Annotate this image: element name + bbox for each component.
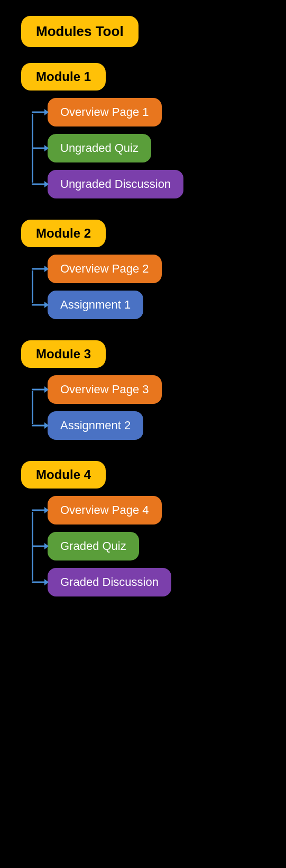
module-items-2: Overview Page 2Assignment 1 — [48, 255, 275, 319]
modules-tool-header: Modules Tool — [11, 11, 275, 63]
list-item[interactable]: Overview Page 2 — [48, 255, 275, 283]
module-items-3: Overview Page 3Assignment 2 — [48, 375, 275, 440]
item-chip-m4-item3[interactable]: Graded Discussion — [48, 568, 171, 596]
list-item[interactable]: Graded Discussion — [48, 568, 275, 596]
modules-container: Module 1Overview Page 1Ungraded QuizUngr… — [11, 63, 275, 596]
item-chip-m4-item1[interactable]: Overview Page 4 — [48, 496, 162, 525]
item-chip-m1-item2[interactable]: Ungraded Quiz — [48, 134, 151, 162]
list-item[interactable]: Assignment 1 — [48, 291, 275, 319]
module-label-4[interactable]: Module 4 — [21, 461, 106, 489]
modules-tool-label: Modules Tool — [21, 16, 139, 47]
module-items-4: Overview Page 4Graded QuizGraded Discuss… — [48, 496, 275, 596]
item-chip-m3-item2[interactable]: Assignment 2 — [48, 411, 143, 440]
item-chip-m2-item2[interactable]: Assignment 1 — [48, 291, 143, 319]
item-chip-m2-item1[interactable]: Overview Page 2 — [48, 255, 162, 283]
module-label-3[interactable]: Module 3 — [21, 340, 106, 368]
list-item[interactable]: Graded Quiz — [48, 532, 275, 560]
item-chip-m1-item3[interactable]: Ungraded Discussion — [48, 170, 183, 198]
list-item[interactable]: Ungraded Quiz — [48, 134, 275, 162]
list-item[interactable]: Overview Page 1 — [48, 98, 275, 126]
list-item[interactable]: Assignment 2 — [48, 411, 275, 440]
list-item[interactable]: Ungraded Discussion — [48, 170, 275, 198]
module-label-1[interactable]: Module 1 — [21, 63, 106, 91]
list-item[interactable]: Overview Page 4 — [48, 496, 275, 525]
module-section-4: Module 4Overview Page 4Graded QuizGraded… — [21, 461, 275, 596]
item-chip-m4-item2[interactable]: Graded Quiz — [48, 532, 139, 560]
item-chip-m1-item1[interactable]: Overview Page 1 — [48, 98, 162, 126]
module-section-3: Module 3Overview Page 3Assignment 2 — [21, 340, 275, 440]
item-chip-m3-item1[interactable]: Overview Page 3 — [48, 375, 162, 404]
module-section-1: Module 1Overview Page 1Ungraded QuizUngr… — [21, 63, 275, 198]
module-label-2[interactable]: Module 2 — [21, 220, 106, 247]
module-section-2: Module 2Overview Page 2Assignment 1 — [21, 220, 275, 319]
list-item[interactable]: Overview Page 3 — [48, 375, 275, 404]
module-items-1: Overview Page 1Ungraded QuizUngraded Dis… — [48, 98, 275, 198]
